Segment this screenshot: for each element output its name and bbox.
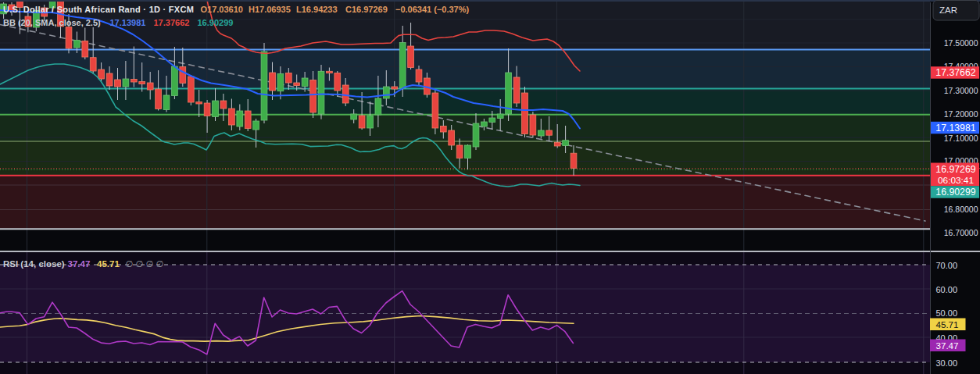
svg-text:17.13981: 17.13981 xyxy=(110,18,146,27)
svg-text:16.90299: 16.90299 xyxy=(198,18,234,27)
svg-text:30.00: 30.00 xyxy=(936,358,958,368)
svg-text:45.71: 45.71 xyxy=(97,259,120,269)
svg-text:17.30000: 17.30000 xyxy=(944,86,978,95)
svg-text:H17.06935: H17.06935 xyxy=(249,5,291,14)
svg-text:17.20000: 17.20000 xyxy=(944,109,978,119)
svg-text:17.50000: 17.50000 xyxy=(944,38,978,48)
svg-text:O17.03610: O17.03610 xyxy=(201,5,243,14)
svg-text:17.10000: 17.10000 xyxy=(944,134,978,143)
svg-text:17.37662: 17.37662 xyxy=(935,67,975,78)
svg-text:17.37662: 17.37662 xyxy=(154,18,190,27)
svg-text:∅: ∅ xyxy=(156,259,164,269)
svg-text:16.97269: 16.97269 xyxy=(935,164,975,175)
svg-text:L16.94233: L16.94233 xyxy=(296,5,338,14)
svg-text:RSI (14, close): RSI (14, close) xyxy=(3,259,65,269)
svg-text:60.00: 60.00 xyxy=(936,285,958,294)
svg-text:37.47: 37.47 xyxy=(936,340,959,351)
svg-text:−0.06341 (−0.37%): −0.06341 (−0.37%) xyxy=(395,5,470,14)
svg-text:50.00: 50.00 xyxy=(936,308,958,318)
svg-text:16.80000: 16.80000 xyxy=(944,205,978,214)
svg-text:U.S. Dollar / South African Ra: U.S. Dollar / South African Rand · 1D · … xyxy=(3,5,194,14)
svg-text:BB (20, SMA, close, 2.5): BB (20, SMA, close, 2.5) xyxy=(3,18,101,27)
svg-text:C16.97269: C16.97269 xyxy=(345,5,388,14)
svg-text:16.90299: 16.90299 xyxy=(935,187,975,198)
svg-text:∅: ∅ xyxy=(136,259,144,269)
svg-text:16.70000: 16.70000 xyxy=(944,228,978,237)
svg-text:70.00: 70.00 xyxy=(936,261,958,270)
svg-text:ZAR: ZAR xyxy=(939,5,957,15)
svg-text:∅: ∅ xyxy=(146,259,154,269)
svg-text:∅: ∅ xyxy=(126,259,134,269)
svg-text:06:03:41: 06:03:41 xyxy=(938,175,974,186)
svg-text:45.71: 45.71 xyxy=(936,319,959,329)
svg-text:17.13981: 17.13981 xyxy=(935,123,975,134)
svg-text:37.47: 37.47 xyxy=(68,259,91,269)
